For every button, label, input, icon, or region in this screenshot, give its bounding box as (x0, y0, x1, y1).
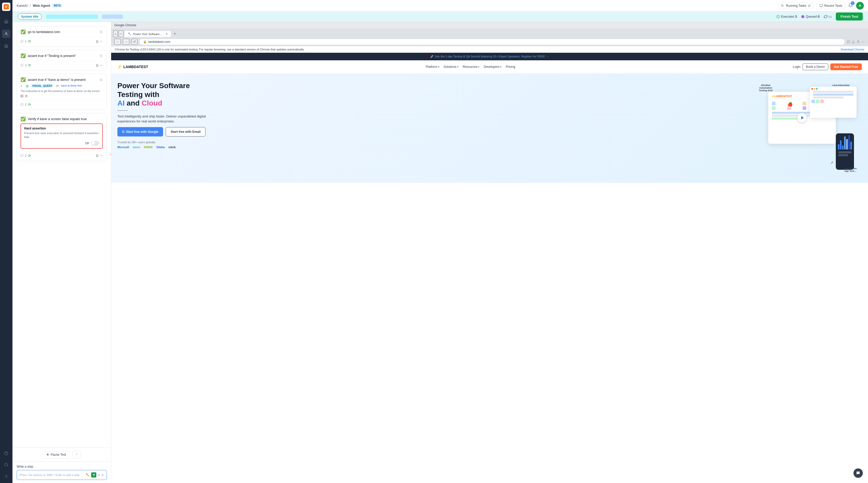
page-name: Web Agent (33, 4, 50, 7)
nav-platform-label: Platform (426, 65, 434, 68)
step-3-action: VISUAL_QUERY (31, 84, 54, 88)
brand-telstra: Telstra (156, 146, 165, 149)
image-icon[interactable] (21, 95, 23, 97)
flask-icon-1[interactable] (99, 30, 103, 33)
step-3-target: kane ai demo text (61, 84, 82, 87)
brand-nvidia: NVIDIA (144, 146, 153, 149)
step-2-header: ✅ assert true if "Testing is present" (21, 53, 103, 58)
header-breadcrumb-area: KaneAI / Web Agent BETA (17, 4, 62, 7)
google-signup-button[interactable]: G Start free with Google (117, 127, 163, 137)
tab-title: Power Your Software Test... (133, 32, 163, 36)
chevron-right-icon-1[interactable] (100, 40, 103, 43)
feedback-icon-4[interactable] (96, 154, 98, 157)
red-arrow-indicator: ← (109, 151, 111, 157)
beta-badge: BETA (52, 4, 62, 7)
step-3-footer: 2 ⟳ (21, 100, 103, 107)
step-3-text: assert true if "kane ai demo" is present (28, 78, 86, 82)
step-3-desc-actions (21, 95, 103, 97)
lt-nav-links: Platform ▾ Solutions ▾ Resources ▾ Devel… (426, 65, 434, 68)
options-icon-4[interactable] (100, 154, 103, 157)
browser-chrome: ‹ › 🔧 Power Your Software Test... ✕ + ← … (111, 29, 434, 46)
step-2-meta: 2 ⟳ (21, 63, 31, 67)
second-header: System Idle Executed 3 Queued 0 (x) Fini… (12, 11, 434, 22)
step-4-header: ✅ Verify if kane a screen false equals t… (21, 116, 103, 121)
brand-logos: Microsoft vimeo NVIDIA Telstra rubrik (117, 146, 434, 149)
step-card-4: ✅ Verify if kane a screen false equals t… (17, 113, 107, 161)
browser-tab-active[interactable]: 🔧 Power Your Software Test... ✕ (124, 31, 171, 37)
browser-title-bar: Google Chrome (111, 22, 434, 29)
step-1-title: ✅ go to lambdatest.com (21, 29, 60, 34)
left-panel: ✅ go to lambdatest.com 1 ⟳ (12, 22, 111, 242)
feedback-icon-1[interactable] (96, 40, 98, 43)
hero-title-line1: Power Your Software (117, 82, 190, 90)
right-panel: Google Chrome ‹ › 🔧 Power Your Software … (111, 22, 434, 242)
step-3-foot-num: 2 (25, 103, 27, 106)
ha-toggle-row: Off (24, 141, 99, 146)
toggle-thumb (91, 141, 95, 145)
step-3-actions[interactable] (99, 78, 103, 81)
new-tab-button[interactable]: + (172, 31, 178, 36)
svg-point-16 (102, 65, 102, 65)
sidebar-logo[interactable]: K (2, 3, 10, 11)
steps-area: ✅ go to lambdatest.com 1 ⟳ (12, 22, 111, 242)
step-4-footer: 2 ⟳ (21, 151, 103, 158)
back-button[interactable]: ← (114, 39, 121, 45)
chrome-warning-bar: Chrome for Testing v133.0.6943.126 is on… (111, 46, 434, 53)
step-3-check-icon: ✅ (21, 77, 26, 82)
url-text: lambdatest.com (148, 40, 170, 44)
feedback-icon-2[interactable] (96, 64, 98, 67)
hero-title-ai: AI (117, 99, 127, 107)
hero-subtitle: Test Intelligently and ship faster. Deli… (117, 114, 211, 124)
chat-icon-1 (21, 40, 23, 43)
system-idle-button[interactable]: System Idle (18, 13, 42, 20)
tab-favicon: 🔧 (128, 32, 131, 36)
tab-close-btn[interactable]: ✕ (165, 32, 168, 36)
brand-vimeo: vimeo (133, 146, 140, 149)
forward-button[interactable]: → (123, 39, 129, 45)
google-btn-label: Start free with Google (126, 130, 158, 134)
refresh-button[interactable]: ↺ (131, 39, 137, 45)
chrome-warning-text: Chrome for Testing v133.0.6943.126 is on… (115, 48, 304, 51)
system-idle-label: System Idle (21, 15, 38, 19)
step-1-num: 1 (25, 40, 27, 43)
svg-point-17 (100, 65, 101, 65)
step-2-text: assert true if "Testing is present" (28, 54, 76, 58)
svg-point-19 (21, 95, 22, 96)
step-2-actions[interactable] (99, 54, 103, 57)
flask-icon-3[interactable] (99, 78, 103, 81)
step-card-1: ✅ go to lambdatest.com 1 ⟳ (17, 26, 107, 47)
tab-forward-btn[interactable]: › (119, 30, 123, 37)
lt-logo-text: LAMBDATEST (123, 65, 148, 69)
step-4-text: Verify if kane a screen false equals tru… (28, 117, 87, 121)
step-3-sub: 1 ⟳ VISUAL_QUERY on kane ai demo text Th… (21, 84, 103, 97)
hard-assertion-toggle[interactable] (91, 141, 99, 146)
step-1-actions[interactable] (99, 30, 103, 33)
svg-text:K: K (5, 5, 7, 8)
nav-platform[interactable]: Platform ▾ (426, 65, 434, 68)
flask-icon-2[interactable] (99, 54, 103, 57)
step-1-meta: 1 ⟳ (21, 39, 31, 44)
lt-logo: ⚡ LAMBDATEST (117, 65, 148, 69)
lt-nav: ⚡ LAMBDATEST Platform ▾ Solutions ▾ Reso… (111, 60, 434, 74)
step-3-header: ✅ assert true if "kane ai demo" is prese… (21, 77, 103, 82)
step-2-right-actions (96, 64, 103, 67)
svg-marker-3 (4, 45, 8, 46)
announcement-text: 🚀 Join the 1-day Testing & QA Summit fea… (430, 55, 434, 58)
options-icon-2[interactable] (100, 64, 103, 67)
email-signup-button[interactable]: Start free with Email (166, 127, 206, 137)
website-content: 🚀 Join the 1-day Testing & QA Summit fea… (111, 53, 434, 242)
chat-icon-4 (21, 154, 23, 157)
sidebar-icon-layers[interactable] (2, 42, 10, 51)
flask-icon-3b[interactable] (25, 95, 28, 97)
tab-back-btn[interactable]: ‹ (113, 30, 118, 37)
step-4-meta: 2 ⟳ (21, 153, 31, 158)
main-layout: ✅ go to lambdatest.com 1 ⟳ (12, 22, 434, 242)
ha-toggle-label: Off (85, 142, 89, 145)
ha-desc: Prevent test case execution to proceed f… (24, 131, 99, 139)
lt-announcement: 🚀 Join the 1-day Testing & QA Summit fea… (111, 53, 434, 60)
address-bar[interactable]: 🔒 lambdatest.com (140, 39, 434, 45)
step-1-check-icon: ✅ (21, 29, 26, 34)
sidebar-icon-agent[interactable] (2, 30, 10, 38)
sidebar-icon-home[interactable] (2, 17, 10, 26)
step-1-footer: 1 ⟳ (21, 37, 103, 44)
